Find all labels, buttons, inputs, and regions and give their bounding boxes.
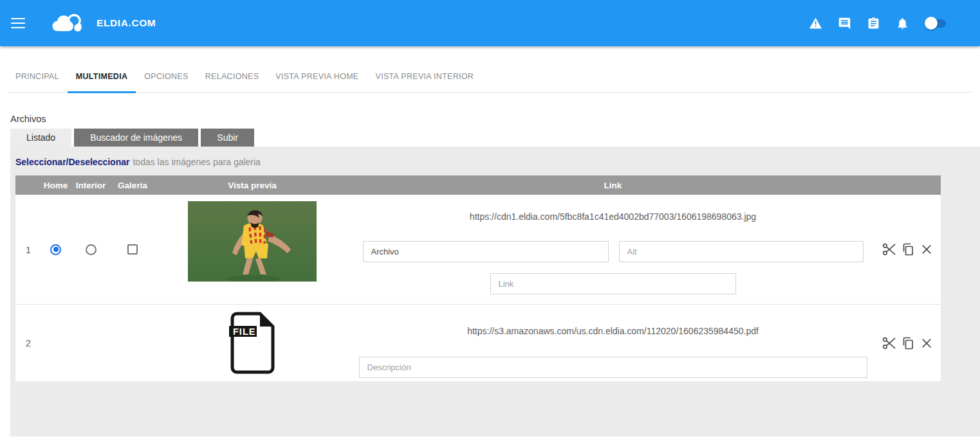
col-header-link: Link bbox=[351, 181, 875, 190]
galeria-checkbox[interactable] bbox=[127, 244, 138, 255]
link-input[interactable] bbox=[490, 273, 736, 294]
image-preview-thumbnail[interactable] bbox=[188, 201, 317, 282]
cut-scissors-icon[interactable] bbox=[882, 336, 897, 351]
listado-panel: Seleccionar/Deseleccionartodas las imáge… bbox=[10, 147, 980, 436]
descripcion-input[interactable] bbox=[359, 357, 867, 378]
tab-opciones[interactable]: OPCIONES bbox=[136, 61, 196, 93]
bell-icon[interactable] bbox=[896, 17, 909, 30]
file-document-icon: FILE bbox=[228, 312, 276, 374]
gallery-select-bar: Seleccionar/Deseleccionartodas las imáge… bbox=[15, 156, 980, 175]
row-actions bbox=[875, 195, 941, 304]
chat-icon[interactable] bbox=[838, 17, 851, 30]
subtab-subir[interactable]: Subir bbox=[201, 129, 254, 147]
main-tabs: PRINCIPAL MULTIMEDIA OPCIONES RELACIONES… bbox=[7, 61, 971, 93]
table-header-row: Home Interior Galeria Vista previa Link bbox=[15, 175, 941, 195]
subtab-buscador-imagenes[interactable]: Buscador de imágenes bbox=[74, 129, 198, 147]
tab-multimedia[interactable]: MULTIMEDIA bbox=[68, 61, 136, 93]
clipboard-icon[interactable] bbox=[867, 17, 880, 30]
row-index: 2 bbox=[15, 305, 41, 381]
row-index: 1 bbox=[15, 195, 41, 304]
file-url: https://cdn1.eldia.com/5fbc8fa1c41ed4002… bbox=[470, 211, 756, 222]
tab-principal[interactable]: PRINCIPAL bbox=[7, 61, 68, 93]
close-icon[interactable] bbox=[919, 242, 934, 257]
tab-vista-previa-interior[interactable]: VISTA PREVIA INTERIOR bbox=[367, 61, 483, 93]
app-bar: ELDIA.COM bbox=[0, 0, 980, 46]
file-badge-label: FILE bbox=[233, 327, 255, 337]
copy-icon[interactable] bbox=[900, 336, 916, 351]
interior-radio[interactable] bbox=[86, 244, 97, 255]
archivos-subtabs: Listado Buscador de imágenes Subir bbox=[10, 129, 980, 147]
copy-icon[interactable] bbox=[900, 242, 916, 257]
tab-vista-previa-home[interactable]: VISTA PREVIA HOME bbox=[267, 61, 367, 93]
gallery-select-suffix: todas las imágenes para galeria bbox=[133, 157, 260, 167]
archivo-input[interactable] bbox=[363, 241, 609, 262]
subtab-listado[interactable]: Listado bbox=[10, 129, 71, 147]
archivos-section-title: Archivos bbox=[10, 114, 980, 124]
brand-title: ELDIA.COM bbox=[97, 17, 156, 29]
home-radio[interactable] bbox=[50, 244, 61, 255]
col-header-galeria: Galeria bbox=[111, 181, 154, 190]
hamburger-menu-icon[interactable] bbox=[5, 10, 31, 36]
col-header-home: Home bbox=[41, 181, 70, 190]
alt-input[interactable] bbox=[619, 241, 864, 262]
cut-scissors-icon[interactable] bbox=[882, 242, 897, 257]
row-actions bbox=[875, 305, 941, 381]
appbar-actions bbox=[809, 17, 980, 30]
deselect-all-link[interactable]: Deseleccionar bbox=[69, 157, 130, 167]
files-table: Home Interior Galeria Vista previa Link … bbox=[15, 175, 941, 381]
col-header-interior: Interior bbox=[70, 181, 111, 190]
tab-relaciones[interactable]: RELACIONES bbox=[197, 61, 268, 93]
table-row: 1 bbox=[15, 195, 941, 304]
close-icon[interactable] bbox=[919, 336, 934, 351]
warning-icon[interactable] bbox=[809, 17, 822, 30]
file-url: https://s3.amazonaws.com/us.cdn.eldia.co… bbox=[467, 326, 759, 337]
table-row: 2 FILE https://s3.amazonaws.com/us.cdn.e… bbox=[15, 304, 941, 381]
col-header-vista-previa: Vista previa bbox=[154, 181, 351, 190]
brand-logo-cloud-icon bbox=[50, 10, 86, 36]
toggle-switch[interactable] bbox=[925, 17, 947, 30]
select-all-link[interactable]: Seleccionar bbox=[15, 157, 66, 167]
